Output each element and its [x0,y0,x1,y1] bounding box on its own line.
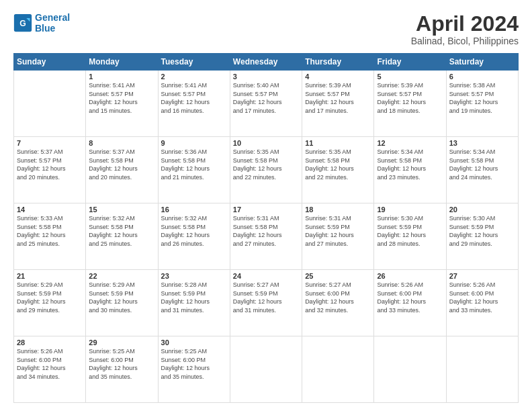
header: G General Blue April 2024 Balinad, Bicol… [13,12,519,46]
calendar-cell: 22Sunrise: 5:29 AMSunset: 5:59 PMDayligh… [86,270,158,336]
day-number: 7 [17,139,83,147]
calendar-cell: 5Sunrise: 5:39 AMSunset: 5:57 PMDaylight… [374,71,446,137]
calendar-cell: 20Sunrise: 5:30 AMSunset: 5:59 PMDayligh… [446,203,518,270]
day-info: Sunrise: 5:25 AMSunset: 6:00 PMDaylight:… [161,347,227,381]
day-info: Sunrise: 5:34 AMSunset: 5:58 PMDaylight:… [377,148,443,181]
calendar-cell: 4Sunrise: 5:39 AMSunset: 5:57 PMDaylight… [302,71,374,137]
calendar-cell: 10Sunrise: 5:35 AMSunset: 5:58 PMDayligh… [230,137,302,203]
day-info: Sunrise: 5:30 AMSunset: 5:59 PMDaylight:… [377,214,443,248]
day-info: Sunrise: 5:41 AMSunset: 5:57 PMDaylight:… [161,81,227,115]
svg-text:G: G [19,19,26,28]
calendar-day-header: Friday [374,54,446,71]
day-info: Sunrise: 5:30 AMSunset: 5:59 PMDaylight:… [449,214,515,248]
day-number: 11 [305,139,371,147]
day-info: Sunrise: 5:36 AMSunset: 5:58 PMDaylight:… [161,148,227,181]
calendar-cell: 29Sunrise: 5:25 AMSunset: 6:00 PMDayligh… [86,336,158,403]
day-number: 6 [449,73,515,81]
calendar-cell: 9Sunrise: 5:36 AMSunset: 5:58 PMDaylight… [158,137,230,203]
calendar-cell: 15Sunrise: 5:32 AMSunset: 5:58 PMDayligh… [86,203,158,270]
calendar-cell [446,336,518,403]
day-number: 4 [305,73,371,81]
day-info: Sunrise: 5:35 AMSunset: 5:58 PMDaylight:… [233,148,299,181]
day-number: 28 [17,338,83,347]
day-info: Sunrise: 5:37 AMSunset: 5:57 PMDaylight:… [17,148,83,181]
day-info: Sunrise: 5:39 AMSunset: 5:57 PMDaylight:… [377,81,443,115]
calendar-cell: 26Sunrise: 5:26 AMSunset: 6:00 PMDayligh… [374,270,446,336]
calendar-day-header: Tuesday [158,54,230,71]
calendar-cell: 16Sunrise: 5:32 AMSunset: 5:58 PMDayligh… [158,203,230,270]
day-number: 14 [17,205,83,214]
day-info: Sunrise: 5:38 AMSunset: 5:57 PMDaylight:… [449,81,515,115]
calendar-cell: 13Sunrise: 5:34 AMSunset: 5:58 PMDayligh… [446,137,518,203]
main-title: April 2024 [411,12,519,36]
day-info: Sunrise: 5:26 AMSunset: 6:00 PMDaylight:… [377,281,443,314]
day-info: Sunrise: 5:35 AMSunset: 5:58 PMDaylight:… [305,148,371,181]
calendar-week-row: 14Sunrise: 5:33 AMSunset: 5:58 PMDayligh… [14,203,519,270]
calendar-day-header: Sunday [14,54,86,71]
calendar-cell: 3Sunrise: 5:40 AMSunset: 5:57 PMDaylight… [230,71,302,137]
day-number: 5 [377,73,443,81]
day-info: Sunrise: 5:26 AMSunset: 6:00 PMDaylight:… [449,281,515,314]
day-number: 17 [233,205,299,214]
day-info: Sunrise: 5:27 AMSunset: 6:00 PMDaylight:… [305,281,371,314]
day-info: Sunrise: 5:25 AMSunset: 6:00 PMDaylight:… [89,347,154,381]
day-number: 3 [233,73,299,81]
day-number: 30 [161,338,227,347]
day-info: Sunrise: 5:28 AMSunset: 5:59 PMDaylight:… [161,281,227,314]
day-number: 19 [377,205,443,214]
day-number: 13 [449,139,515,147]
day-number: 20 [449,205,515,214]
day-number: 15 [89,205,154,214]
day-info: Sunrise: 5:32 AMSunset: 5:58 PMDaylight:… [161,214,227,248]
calendar-week-row: 1Sunrise: 5:41 AMSunset: 5:57 PMDaylight… [14,71,519,137]
calendar-cell: 18Sunrise: 5:31 AMSunset: 5:59 PMDayligh… [302,203,374,270]
logo: G General Blue [13,12,70,34]
calendar-cell [374,336,446,403]
day-number: 16 [161,205,227,214]
calendar-cell: 23Sunrise: 5:28 AMSunset: 5:59 PMDayligh… [158,270,230,336]
day-number: 1 [89,73,154,81]
calendar-cell [302,336,374,403]
day-info: Sunrise: 5:26 AMSunset: 6:00 PMDaylight:… [17,347,83,381]
calendar-week-row: 21Sunrise: 5:29 AMSunset: 5:59 PMDayligh… [14,270,519,336]
calendar-cell: 8Sunrise: 5:37 AMSunset: 5:58 PMDaylight… [86,137,158,203]
day-info: Sunrise: 5:37 AMSunset: 5:58 PMDaylight:… [89,148,154,181]
calendar-cell: 24Sunrise: 5:27 AMSunset: 5:59 PMDayligh… [230,270,302,336]
calendar-cell: 12Sunrise: 5:34 AMSunset: 5:58 PMDayligh… [374,137,446,203]
day-info: Sunrise: 5:31 AMSunset: 5:58 PMDaylight:… [233,214,299,248]
page: G General Blue April 2024 Balinad, Bicol… [0,0,532,411]
logo-text: General Blue [35,12,70,34]
day-number: 21 [17,272,83,280]
calendar-cell: 25Sunrise: 5:27 AMSunset: 6:00 PMDayligh… [302,270,374,336]
logo-icon: G [13,13,32,32]
title-block: April 2024 Balinad, Bicol, Philippines [411,12,519,46]
day-number: 10 [233,139,299,147]
calendar-week-row: 28Sunrise: 5:26 AMSunset: 6:00 PMDayligh… [14,336,519,403]
day-info: Sunrise: 5:31 AMSunset: 5:59 PMDaylight:… [305,214,371,248]
day-info: Sunrise: 5:27 AMSunset: 5:59 PMDaylight:… [233,281,299,314]
day-number: 29 [89,338,154,347]
calendar-cell: 11Sunrise: 5:35 AMSunset: 5:58 PMDayligh… [302,137,374,203]
day-number: 26 [377,272,443,280]
day-info: Sunrise: 5:29 AMSunset: 5:59 PMDaylight:… [89,281,154,314]
calendar-cell: 7Sunrise: 5:37 AMSunset: 5:57 PMDaylight… [14,137,86,203]
day-number: 23 [161,272,227,280]
day-number: 18 [305,205,371,214]
day-info: Sunrise: 5:32 AMSunset: 5:58 PMDaylight:… [89,214,154,248]
calendar-day-header: Saturday [446,54,518,71]
calendar-cell: 19Sunrise: 5:30 AMSunset: 5:59 PMDayligh… [374,203,446,270]
day-number: 2 [161,73,227,81]
day-number: 8 [89,139,154,147]
day-info: Sunrise: 5:40 AMSunset: 5:57 PMDaylight:… [233,81,299,115]
calendar-cell: 6Sunrise: 5:38 AMSunset: 5:57 PMDaylight… [446,71,518,137]
calendar-day-header: Thursday [302,54,374,71]
day-number: 22 [89,272,154,280]
day-info: Sunrise: 5:29 AMSunset: 5:59 PMDaylight:… [17,281,83,314]
calendar-cell: 27Sunrise: 5:26 AMSunset: 6:00 PMDayligh… [446,270,518,336]
day-number: 24 [233,272,299,280]
calendar-cell: 21Sunrise: 5:29 AMSunset: 5:59 PMDayligh… [14,270,86,336]
calendar-day-header: Monday [86,54,158,71]
calendar-cell [230,336,302,403]
calendar-day-header: Wednesday [230,54,302,71]
day-number: 25 [305,272,371,280]
